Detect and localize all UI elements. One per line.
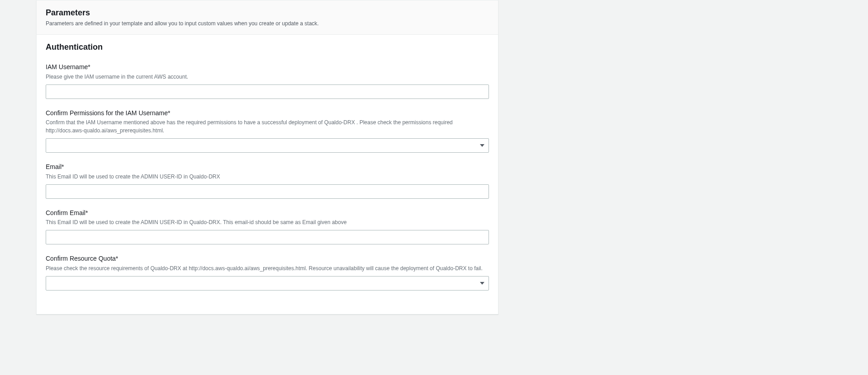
field-confirm-resource-quota: Confirm Resource Quota* Please check the… [46, 254, 489, 291]
confirm-email-input[interactable] [46, 230, 489, 244]
field-confirm-email: Confirm Email* This Email ID will be use… [46, 209, 489, 245]
email-label: Email* [46, 163, 489, 172]
iam-username-label: IAM Username* [46, 63, 489, 72]
iam-username-help: Please give the IAM username in the curr… [46, 73, 489, 81]
confirm-resource-quota-label: Confirm Resource Quota* [46, 254, 489, 263]
confirm-resource-quota-select-wrapper [46, 276, 489, 291]
email-help: This Email ID will be used to create the… [46, 173, 489, 181]
parameters-panel: Parameters Parameters are defined in you… [36, 0, 498, 314]
parameters-header: Parameters Parameters are defined in you… [37, 0, 498, 35]
email-input[interactable] [46, 184, 489, 199]
confirm-email-label: Confirm Email* [46, 209, 489, 218]
confirm-permissions-label: Confirm Permissions for the IAM Username… [46, 109, 489, 118]
parameters-body: Authentication IAM Username* Please give… [37, 35, 498, 314]
confirm-permissions-select[interactable] [46, 138, 489, 153]
confirm-email-help: This Email ID will be used to create the… [46, 218, 489, 226]
confirm-resource-quota-select[interactable] [46, 276, 489, 291]
confirm-permissions-select-wrapper [46, 138, 489, 153]
confirm-permissions-help: Confirm that the IAM Username mentioned … [46, 118, 489, 135]
field-email: Email* This Email ID will be used to cre… [46, 163, 489, 199]
confirm-resource-quota-help: Please check the resource requirements o… [46, 264, 489, 272]
field-confirm-permissions: Confirm Permissions for the IAM Username… [46, 109, 489, 153]
field-iam-username: IAM Username* Please give the IAM userna… [46, 63, 489, 99]
section-title: Authentication [46, 42, 489, 52]
panel-description: Parameters are defined in your template … [46, 20, 489, 27]
iam-username-input[interactable] [46, 84, 489, 99]
panel-title: Parameters [46, 8, 489, 18]
